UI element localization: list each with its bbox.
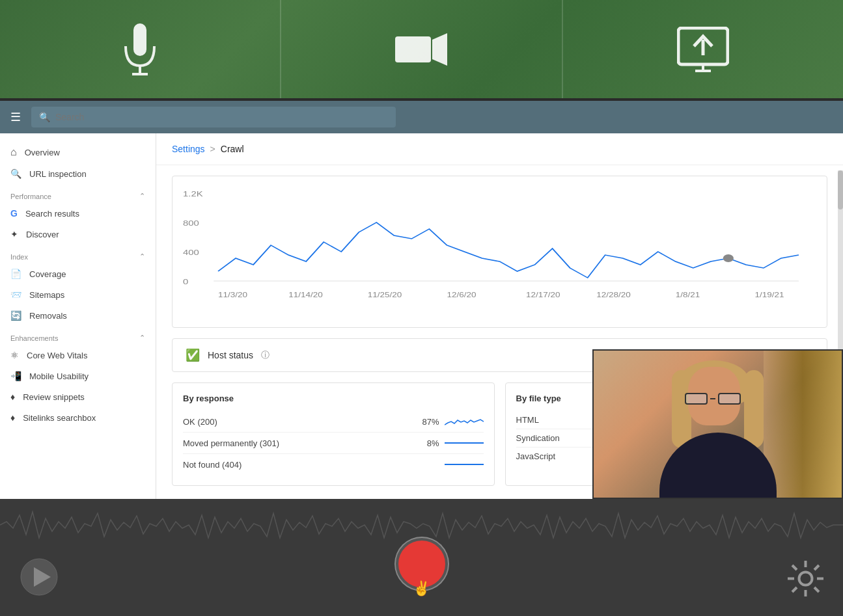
sidebar: ⌂ Overview 🔍 URL inspection Performance … [0,133,156,499]
by-response-title: By response [183,394,484,403]
sidebar-item-review-snippets[interactable]: ♦ Review snippets [0,386,156,407]
svg-text:400: 400 [183,248,199,257]
svg-text:12/28/20: 12/28/20 [596,291,631,299]
nav-bar: ☰ 🔍 [0,101,843,133]
sidebar-item-sitelinks[interactable]: ♦ Sitelinks searchbox [0,407,156,428]
sitelinks-icon: ♦ [10,412,15,423]
sidebar-item-overview[interactable]: ⌂ Overview [0,141,156,163]
screen-share-icon [677,27,729,72]
svg-text:800: 800 [183,219,199,228]
sidebar-item-label: Mobile Usability [29,371,89,381]
gear-icon [788,561,823,596]
search-bar[interactable]: 🔍 [31,107,396,127]
svg-text:1/8/21: 1/8/21 [676,291,700,299]
by-row: Moved permanently (301) 8% [183,433,484,454]
top-toolbar [0,0,843,101]
chart-card: 1.2K 800 400 0 11/3/20 11/14/20 11/25/20… [172,176,827,328]
search-icon: 🔍 [39,112,50,122]
search-icon: 🔍 [10,168,21,179]
svg-text:1/19/21: 1/19/21 [754,291,784,299]
host-status-label: Host status [208,350,253,360]
scroll-thumb[interactable] [838,170,843,209]
sparkline [445,415,484,428]
svg-rect-3 [395,36,431,62]
by-pct: 8% [413,438,439,448]
svg-line-35 [792,587,797,592]
by-label: Not found (404) [183,460,408,470]
by-row: OK (200) 87% [183,411,484,433]
home-icon: ⌂ [10,146,17,158]
sidebar-item-core-web-vitals[interactable]: ⚛ Core Web Vitals [0,345,156,366]
sidebar-item-label: Sitelinks searchbox [23,413,96,423]
svg-text:12/6/20: 12/6/20 [447,291,476,299]
sidebar-item-removals[interactable]: 🔄 Removals [0,305,156,326]
section-enhancements: Enhancements ⌃ [0,326,156,345]
chart-tooltip-dot [723,254,734,262]
section-index: Index ⌃ [0,245,156,263]
webcam-overlay [592,349,843,499]
svg-text:11/25/20: 11/25/20 [368,291,402,299]
sidebar-item-label: Removals [29,311,67,321]
sidebar-item-label: Sitemaps [29,290,64,300]
hamburger-button[interactable]: ☰ [10,110,21,124]
svg-rect-0 [133,23,146,56]
svg-text:11/14/20: 11/14/20 [288,291,323,299]
svg-text:11/3/20: 11/3/20 [218,291,247,299]
sidebar-item-label: Coverage [29,269,66,279]
mobile-icon: 📲 [10,371,21,381]
by-label: OK (200) [183,417,408,427]
sidebar-item-mobile-usability[interactable]: 📲 Mobile Usability [0,366,156,386]
sidebar-item-label: Core Web Vitals [27,351,87,360]
review-icon: ♦ [10,392,15,402]
svg-text:0: 0 [183,278,188,286]
sidebar-item-discover[interactable]: ✦ Discover [0,224,156,245]
sparkline [445,458,484,471]
sidebar-item-search-results[interactable]: G Search results [0,203,156,224]
check-icon: ✅ [186,348,200,362]
chevron-up-icon: ⌃ [139,334,145,342]
breadcrumb-separator: > [210,144,215,154]
breadcrumb-parent[interactable]: Settings [172,144,205,154]
svg-line-34 [814,565,819,570]
chevron-up-icon: ⌃ [139,192,145,200]
sidebar-item-label: URL inspection [29,169,87,179]
chart-line [218,222,799,278]
svg-line-32 [792,565,797,570]
record-button[interactable]: ✌ [396,538,448,590]
screen-section[interactable] [563,0,843,98]
removals-icon: 🔄 [10,310,21,321]
bottom-bar: ✌ [0,499,843,616]
webcam-person [594,351,842,498]
svg-text:1.2K: 1.2K [183,190,203,198]
by-pct: 87% [413,417,439,427]
sidebar-item-label: Review snippets [23,392,85,402]
mic-section[interactable] [0,0,281,98]
cursor-hand: ✌ [413,580,430,597]
star-icon: ✦ [10,229,18,239]
sidebar-item-sitemaps[interactable]: 📨 Sitemaps [0,284,156,305]
sidebar-item-coverage[interactable]: 📄 Coverage [0,263,156,284]
sitemap-icon: 📨 [10,289,21,300]
svg-line-33 [814,587,819,592]
chart-area: 1.2K 800 400 0 11/3/20 11/14/20 11/25/20… [183,187,816,317]
chevron-up-icon: ⌃ [139,252,145,261]
svg-marker-4 [432,33,447,66]
sidebar-item-label: Discover [26,230,59,239]
doc-icon: 📄 [10,269,21,279]
core-icon: ⚛ [10,350,19,360]
camera-section[interactable] [281,0,562,98]
section-performance: Performance ⌃ [0,184,156,203]
by-row: Not found (404) [183,454,484,475]
chart-svg: 1.2K 800 400 0 11/3/20 11/14/20 11/25/20… [183,187,816,317]
settings-button[interactable] [788,561,823,596]
help-icon[interactable]: ⓘ [261,349,269,361]
breadcrumb-current: Crawl [221,144,244,154]
google-icon: G [10,208,18,219]
sidebar-item-label: Search results [25,209,79,219]
by-response-card: By response OK (200) 87% Moved permanent… [172,382,495,486]
screencastify-logo[interactable] [20,557,59,596]
sidebar-item-label: Overview [25,148,60,157]
sidebar-item-url-inspection[interactable]: 🔍 URL inspection [0,163,156,184]
breadcrumb: Settings > Crawl [156,133,843,165]
search-input[interactable] [55,112,388,122]
